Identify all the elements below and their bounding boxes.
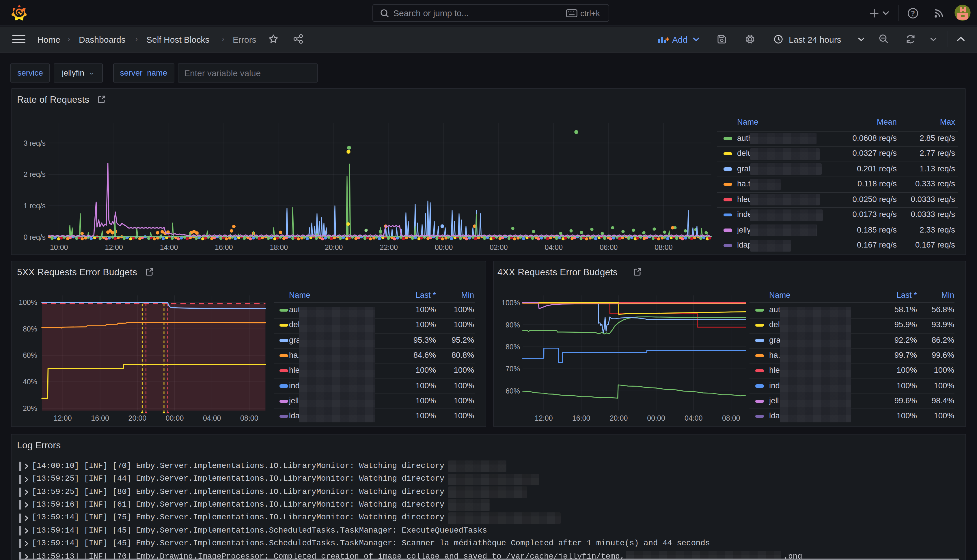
svg-text:22:00: 22:00 xyxy=(380,243,398,251)
svg-text:08:00: 08:00 xyxy=(655,243,673,251)
svg-text:00:00: 00:00 xyxy=(435,243,453,251)
svg-text:12:00: 12:00 xyxy=(54,414,72,422)
svg-text:00:00: 00:00 xyxy=(166,414,184,422)
svg-text:80%: 80% xyxy=(23,325,37,333)
svg-text:0 req/s: 0 req/s xyxy=(24,233,46,241)
svg-text:90%: 90% xyxy=(505,320,520,328)
svg-text:3 req/s: 3 req/s xyxy=(24,139,46,147)
svg-text:04:00: 04:00 xyxy=(684,414,702,422)
svg-text:16:00: 16:00 xyxy=(572,414,590,422)
svg-text:60%: 60% xyxy=(505,387,520,395)
svg-text:60%: 60% xyxy=(23,351,37,359)
svg-text:08:00: 08:00 xyxy=(240,414,259,422)
svg-text:06:00: 06:00 xyxy=(600,243,618,251)
svg-text:100%: 100% xyxy=(19,298,37,306)
svg-text:70%: 70% xyxy=(505,364,520,372)
svg-text:12:00: 12:00 xyxy=(534,414,553,422)
svg-text:80%: 80% xyxy=(505,342,520,350)
svg-text:20:00: 20:00 xyxy=(325,243,343,251)
svg-text:2 req/s: 2 req/s xyxy=(24,170,46,178)
svg-text:04:00: 04:00 xyxy=(203,414,221,422)
svg-text:16:00: 16:00 xyxy=(91,414,109,422)
svg-text:20:00: 20:00 xyxy=(129,414,147,422)
svg-text:100%: 100% xyxy=(501,298,520,307)
svg-text:40%: 40% xyxy=(23,377,37,385)
svg-text:02:00: 02:00 xyxy=(490,243,508,251)
svg-text:1 req/s: 1 req/s xyxy=(24,202,46,210)
svg-text:10:00: 10:00 xyxy=(50,243,68,251)
svg-text:14:00: 14:00 xyxy=(160,243,178,251)
svg-text:?: ? xyxy=(911,9,915,17)
svg-text:20%: 20% xyxy=(23,404,37,412)
svg-text:16:00: 16:00 xyxy=(215,243,233,251)
svg-text:12:00: 12:00 xyxy=(105,243,123,251)
svg-text:04:00: 04:00 xyxy=(545,243,563,251)
svg-text:20:00: 20:00 xyxy=(610,414,628,422)
svg-text:08:00: 08:00 xyxy=(722,414,740,422)
svg-text:18:00: 18:00 xyxy=(270,243,288,251)
svg-text:00:00: 00:00 xyxy=(647,414,665,422)
